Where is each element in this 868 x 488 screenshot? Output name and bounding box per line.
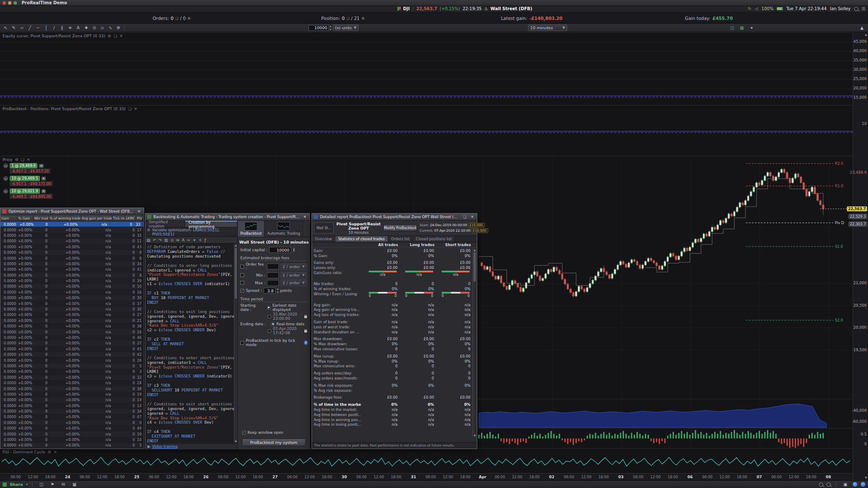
order-fee-unit-select[interactable]: £ / order▼ [281, 263, 307, 270]
sync-icon[interactable]: ↻ [748, 6, 751, 11]
run-backtest-button[interactable]: ProBacktest my system [242, 438, 306, 446]
video-training-link[interactable]: Video training [152, 444, 178, 449]
optimize-table-row[interactable]: 0.0000+0.00%0+0.00%n/a014 [0, 403, 144, 409]
optimize-table-row[interactable]: 0.0000+0.00%0+0.00%n/a08 [0, 250, 144, 255]
tray-user[interactable]: Ian Solley [830, 6, 851, 11]
optimize-table-row[interactable]: 0.0000+0.00%0+0.00%n/a038 [0, 386, 144, 391]
optimize-table-row[interactable]: 0.0000+0.00%0+0.00%n/a034 [0, 409, 144, 414]
order-fee-input[interactable] [267, 263, 279, 269]
report-tab-statistics-of-closed-trades[interactable]: Statistics of closed trades [335, 236, 388, 242]
backtesting-close-icon[interactable]: ✕ [302, 215, 308, 219]
redo-icon[interactable]: ↷ [159, 238, 162, 242]
messages-icon[interactable]: ✉ [60, 481, 67, 488]
optimize-col-header[interactable]: Nbr trades [33, 215, 49, 221]
optimize-table-row[interactable]: 0.0000+0.00%0+0.00%n/a00 [0, 420, 144, 426]
trendline-tool-icon[interactable]: ╱ [26, 25, 33, 31]
orders-window-icon[interactable]: ❏ [175, 17, 178, 20]
spread-input[interactable] [264, 288, 275, 294]
min-fee-unit-select[interactable]: £ / order▼ [281, 272, 307, 278]
timeframe-select[interactable]: 10 minutes▼ [528, 25, 567, 31]
optimize-table-row[interactable]: 0.0000+0.00%0+0.00%n/a037 [0, 341, 144, 346]
rsi-chart[interactable] [0, 449, 853, 474]
screenshot-icon[interactable]: ▣ [842, 481, 849, 488]
optimize-table-row[interactable]: 0.0000+0.00%0+0.00%n/a030 [0, 307, 144, 312]
scroll-down-icon[interactable]: ▼ [865, 476, 867, 480]
instrument-tab[interactable]: Wall St... [314, 222, 334, 233]
optimize-table-row[interactable]: 0.0000+0.00%0+0.00%n/a043 [0, 244, 144, 250]
panel-close-icon[interactable]: ✕ [134, 107, 137, 111]
optimize-table-row[interactable]: 0.0000+0.00%0+0.00%n/a019 [0, 392, 144, 397]
pencil-tool-icon[interactable]: ✎ [10, 25, 17, 31]
optimize-table-row[interactable]: 0.0000+0.00%0+0.00%n/a033 [0, 222, 144, 227]
cut-icon[interactable]: ✂ [187, 238, 190, 242]
optimize-col-header[interactable]: PIV [136, 215, 143, 221]
spread-checkbox[interactable]: ✓ [240, 289, 244, 293]
optimize-table-row[interactable]: 0.0000+0.00%0+0.00%n/a037 [0, 301, 144, 306]
orders-add-icon[interactable]: ⊕ [187, 16, 191, 20]
optimize-report-window[interactable]: Optimize report - Pivot Support/Resist Z… [0, 208, 144, 449]
optimize-table-row[interactable]: 0.0000+0.00%0+0.00%n/a042 [0, 352, 144, 358]
optimize-table-row[interactable]: 0.0000+0.00%0+0.00%n/a038 [0, 324, 144, 329]
panel-close-icon[interactable]: ✕ [27, 158, 30, 162]
chart-list-icon[interactable]: ◫ [38, 481, 45, 488]
cursor-tool-icon[interactable]: ⇖ [2, 25, 9, 31]
calendar-icon[interactable]: ▦ [303, 314, 308, 319]
optimize-col-header[interactable]: Avg gain per trade [81, 215, 112, 221]
window-titlebar[interactable]: ProRealTime Demo [0, 0, 868, 6]
optimize-table-row[interactable]: 0.0000+0.00%0+0.00%n/a045 [0, 347, 144, 352]
optimize-table-row[interactable]: 0.0000+0.00%0+0.00%n/a032 [0, 375, 144, 380]
scroll-down-icon[interactable]: ▼ [473, 434, 476, 437]
maximize-window-icon[interactable] [14, 1, 17, 5]
close-position-icon[interactable]: ✕ [42, 177, 46, 180]
order-fee-checkbox[interactable] [240, 265, 244, 269]
realtime-date-radio[interactable] [271, 322, 275, 326]
report-tab-orders-list[interactable]: Orders list [388, 236, 413, 242]
optimize-window-titlebar[interactable]: Optimize report - Pivot Support/Resist Z… [0, 208, 144, 215]
eraser-tool-icon[interactable]: ▱ [18, 25, 25, 31]
earliest-date-radio[interactable] [267, 306, 271, 310]
optimize-close-icon[interactable]: ✕ [136, 209, 142, 214]
rsi-panel[interactable]: RSI - Dominant Cycle ⚙ ✕ [0, 448, 853, 473]
tab-creation-by-programming[interactable]: Creation by programming [185, 221, 237, 227]
text-tool-icon[interactable]: A [75, 25, 82, 31]
max-fee-input[interactable] [267, 280, 279, 286]
comment-icon[interactable]: ✉ [176, 238, 180, 242]
print-icon[interactable]: ▥ [164, 238, 168, 242]
magnet-tool-icon[interactable]: ∪ [99, 25, 106, 31]
min-fee-checkbox[interactable] [240, 273, 244, 277]
report-close-icon[interactable]: ✕ [469, 215, 475, 219]
spread-stepper[interactable]: ▴▾ [277, 287, 279, 294]
scroll-down-icon[interactable]: ▼ [234, 440, 237, 443]
help-icon[interactable] [853, 482, 857, 487]
modify-probacktest-button[interactable]: Modify ProBacktest [383, 225, 417, 231]
tab-probacktest[interactable]: ProBacktest [238, 221, 264, 237]
max-fee-unit-select[interactable]: £ / order▼ [281, 280, 307, 286]
wrench-icon[interactable]: ⚙ [108, 34, 111, 38]
tray-clock[interactable]: Tue 7 Apr 22:19:44 [786, 6, 826, 11]
optimize-table-row[interactable]: 0.0000+0.00%0+0.00%n/a08 [0, 273, 144, 278]
scroll-up-icon[interactable]: ▲ [234, 244, 237, 247]
optimize-table-row[interactable]: 0.0000+0.00%0+0.00%n/a027 [0, 312, 144, 318]
info-icon[interactable]: i [304, 341, 308, 345]
horizontal-line-tool-icon[interactable]: ─ [34, 25, 42, 31]
optimize-table-row[interactable]: 0.0000+0.00%0+0.00%n/a05 [0, 443, 144, 448]
share-chevron-icon[interactable]: ▾ [26, 482, 28, 486]
undo-icon[interactable]: ↶ [153, 238, 156, 242]
panel-close-icon[interactable]: ✕ [54, 450, 57, 454]
alerts-icon[interactable]: ⚑ [49, 481, 56, 488]
open-position-chip[interactable]: oc10 @ 29,021.9✕-6,469.5-£64,695.00 [3, 189, 53, 199]
panel-window-icon[interactable]: ❏ [128, 107, 131, 111]
initial-capital-input[interactable] [269, 247, 291, 253]
calendar-icon[interactable]: ▦ [303, 328, 308, 333]
indicator-tool-icon[interactable]: ∿ [107, 25, 114, 31]
equity-curve-chart[interactable] [0, 33, 853, 105]
custom-start-date-radio[interactable] [267, 315, 271, 319]
keep-open-checkbox[interactable]: ✓ [242, 431, 246, 435]
volume-icon[interactable]: ◁ [755, 6, 758, 11]
optimize-table-row[interactable]: 0.0000+0.00%0+0.00%n/a05 [0, 363, 144, 369]
optimize-table-header[interactable]: Gain% GainNbr trades% of winning tradesA… [0, 215, 144, 222]
wand-icon[interactable]: ✶ [193, 238, 196, 242]
tab-automatic-trading[interactable]: Automatic Trading [264, 221, 303, 237]
position-add-icon[interactable]: ⊕ [362, 16, 365, 20]
function-icon[interactable]: ƒ [205, 238, 206, 242]
